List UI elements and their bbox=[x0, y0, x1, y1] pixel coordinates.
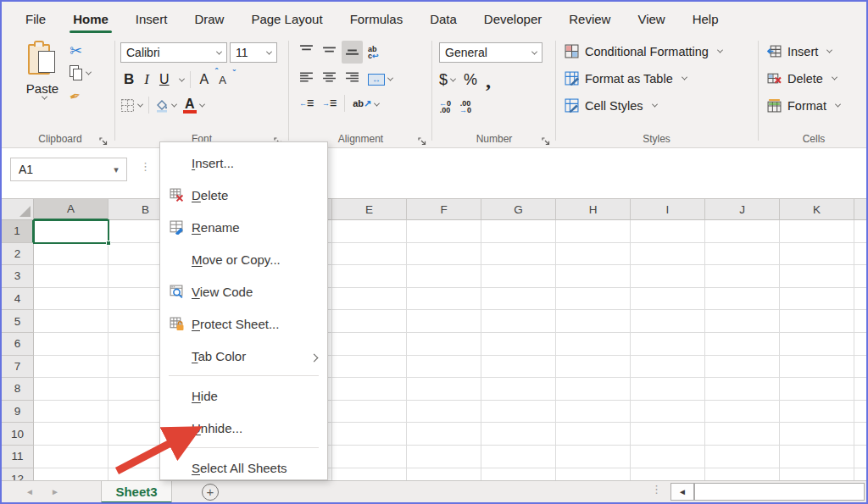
increase-font-size-button[interactable]: Aˆ bbox=[197, 70, 213, 89]
cell-h8[interactable] bbox=[556, 378, 631, 401]
cell-h12[interactable] bbox=[556, 468, 631, 480]
row-header-7[interactable]: 7 bbox=[2, 356, 34, 379]
tab-home[interactable]: Home bbox=[61, 4, 120, 34]
tab-insert[interactable]: Insert bbox=[124, 4, 180, 34]
cell-g10[interactable] bbox=[481, 423, 556, 446]
cell-k11[interactable] bbox=[780, 446, 854, 468]
cell-i12[interactable] bbox=[631, 468, 705, 480]
cell-f12[interactable] bbox=[407, 468, 481, 480]
align-center-button[interactable] bbox=[319, 68, 340, 91]
copy-button[interactable] bbox=[70, 65, 91, 80]
borders-button[interactable] bbox=[120, 98, 142, 113]
cell-partial[interactable] bbox=[854, 220, 868, 243]
cell-g3[interactable] bbox=[481, 265, 556, 288]
cell-h7[interactable] bbox=[556, 356, 631, 379]
cell-h11[interactable] bbox=[556, 446, 631, 468]
horizontal-scrollbar[interactable] bbox=[694, 483, 865, 501]
merge-center-button[interactable]: ↔ bbox=[364, 71, 396, 88]
cell-g6[interactable] bbox=[481, 333, 556, 356]
menu-item-unhide[interactable]: Unhide... bbox=[160, 412, 327, 444]
cell-i11[interactable] bbox=[631, 446, 705, 468]
cell-e12[interactable] bbox=[332, 468, 407, 480]
cell-i1[interactable] bbox=[631, 220, 705, 243]
row-header-2[interactable]: 2 bbox=[2, 243, 34, 266]
cell-i4[interactable] bbox=[631, 288, 705, 311]
decrease-decimal-button[interactable]: .00→0 bbox=[459, 100, 471, 114]
column-header-partial[interactable] bbox=[854, 199, 868, 220]
cell-h9[interactable] bbox=[556, 401, 631, 424]
cell-e4[interactable] bbox=[332, 288, 407, 311]
cell-e7[interactable] bbox=[332, 356, 407, 379]
font-size-select[interactable]: 11 bbox=[230, 42, 277, 63]
column-header-j[interactable]: J bbox=[705, 199, 780, 220]
cell-e2[interactable] bbox=[332, 243, 407, 266]
menu-item-delete[interactable]: Delete bbox=[160, 179, 327, 211]
cell-f8[interactable] bbox=[407, 378, 481, 401]
cell-k4[interactable] bbox=[780, 288, 854, 311]
cell-i2[interactable] bbox=[631, 243, 705, 266]
column-header-h[interactable]: H bbox=[556, 199, 631, 220]
cell-i3[interactable] bbox=[631, 265, 705, 288]
column-header-i[interactable]: I bbox=[631, 199, 705, 220]
cell-h3[interactable] bbox=[556, 265, 631, 288]
cell-a4[interactable] bbox=[34, 288, 108, 311]
row-header-10[interactable]: 10 bbox=[2, 423, 34, 446]
alignment-dialog-launcher-icon[interactable] bbox=[417, 135, 427, 145]
cell-e9[interactable] bbox=[332, 401, 407, 424]
chevron-down-icon[interactable] bbox=[178, 75, 184, 81]
name-box[interactable]: A1 ▾ bbox=[10, 158, 127, 181]
middle-align-button[interactable] bbox=[319, 41, 340, 64]
cell-g1[interactable] bbox=[481, 220, 556, 243]
clipboard-dialog-launcher-icon[interactable] bbox=[98, 135, 108, 145]
cell-i9[interactable] bbox=[631, 401, 705, 424]
cell-g7[interactable] bbox=[481, 356, 556, 379]
cell-f6[interactable] bbox=[407, 333, 481, 356]
cell-j10[interactable] bbox=[705, 423, 780, 446]
tab-file[interactable]: File bbox=[14, 4, 58, 34]
cell-j8[interactable] bbox=[705, 378, 780, 401]
cell-e3[interactable] bbox=[332, 265, 407, 288]
cell-i6[interactable] bbox=[631, 333, 705, 356]
bottom-align-button[interactable] bbox=[342, 41, 363, 64]
cell-partial[interactable] bbox=[854, 446, 868, 468]
cell-h5[interactable] bbox=[556, 310, 631, 333]
increase-indent-button[interactable]: →☰ bbox=[319, 97, 340, 109]
cell-k2[interactable] bbox=[780, 243, 854, 266]
cell-partial[interactable] bbox=[854, 333, 868, 356]
cell-partial[interactable] bbox=[854, 243, 868, 266]
cell-f3[interactable] bbox=[407, 265, 481, 288]
scroll-left-button[interactable]: ◄ bbox=[670, 483, 694, 501]
cell-k12[interactable] bbox=[780, 468, 854, 480]
cell-a10[interactable] bbox=[34, 423, 108, 446]
cell-j12[interactable] bbox=[705, 468, 780, 480]
cell-g2[interactable] bbox=[481, 243, 556, 266]
cell-partial[interactable] bbox=[854, 356, 868, 379]
cell-g12[interactable] bbox=[481, 468, 556, 480]
cell-i8[interactable] bbox=[631, 378, 705, 401]
column-header-f[interactable]: F bbox=[407, 199, 481, 220]
menu-item-insert[interactable]: Insert... bbox=[160, 147, 327, 179]
cell-styles-button[interactable]: Cell Styles bbox=[565, 98, 657, 113]
fill-handle[interactable] bbox=[106, 241, 111, 246]
cell-a6[interactable] bbox=[34, 333, 108, 356]
cell-j9[interactable] bbox=[705, 401, 780, 424]
column-header-a[interactable]: A bbox=[34, 199, 108, 220]
formula-bar-drag-handle-icon[interactable]: ⋮ bbox=[140, 163, 151, 169]
cell-h10[interactable] bbox=[556, 423, 631, 446]
cell-a2[interactable] bbox=[34, 243, 108, 266]
cell-f10[interactable] bbox=[407, 423, 481, 446]
tab-draw[interactable]: Draw bbox=[182, 4, 236, 34]
number-format-select[interactable]: General bbox=[439, 42, 542, 63]
cell-j5[interactable] bbox=[705, 310, 780, 333]
cell-k7[interactable] bbox=[780, 356, 854, 379]
decrease-indent-button[interactable]: ←☰ bbox=[296, 97, 317, 109]
cell-j2[interactable] bbox=[705, 243, 780, 266]
menu-item-view-code[interactable]: View Code bbox=[160, 275, 327, 307]
cell-e8[interactable] bbox=[332, 378, 407, 401]
cell-a3[interactable] bbox=[34, 265, 108, 288]
cell-h4[interactable] bbox=[556, 288, 631, 311]
font-name-select[interactable]: Calibri bbox=[120, 42, 227, 63]
column-header-k[interactable]: K bbox=[780, 199, 854, 220]
select-all-button[interactable] bbox=[2, 199, 34, 220]
cell-partial[interactable] bbox=[854, 265, 868, 288]
